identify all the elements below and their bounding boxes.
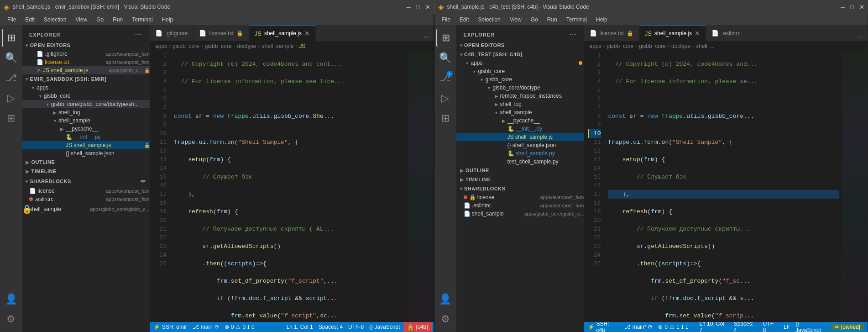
status-branch-right[interactable]: ⎇main* ⟳ <box>624 324 653 330</box>
sharedlocks-section-right[interactable]: ▾ SHAREDLOCKS <box>456 184 584 193</box>
tree-doctype-path[interactable]: ▾ gisbb_core/gisbb_core/doctype/sh... <box>22 100 150 108</box>
minimize-left[interactable]: ─ <box>406 4 410 11</box>
extensions-icon-right[interactable]: ⊞ <box>436 109 455 127</box>
open-editor-license[interactable]: 📄 license.txt apps/avanpost_fam <box>22 58 150 66</box>
open-editor-shellsample[interactable]: ✕ JS shell_sample.js apps/gisbb_c... 🔒 <box>22 66 150 74</box>
tree-shell-sample-right[interactable]: ▾ shell_sample <box>456 108 584 116</box>
status-eol-right[interactable]: LF <box>784 324 790 330</box>
tree-pycache-right[interactable]: ▶ __pycache__ <box>456 116 584 125</box>
search-icon-right[interactable]: 🔍 <box>436 49 455 67</box>
timeline-section-left[interactable]: ▶ TIMELINE <box>22 167 150 176</box>
close-right[interactable]: ✕ <box>859 4 864 11</box>
menu-file-right[interactable]: File <box>438 16 454 24</box>
scm-icon-right[interactable]: ⎇ <box>436 69 455 87</box>
menu-terminal-right[interactable]: Terminal <box>563 16 591 24</box>
menu-edit-right[interactable]: Edit <box>456 16 473 24</box>
status-ssh-right[interactable]: ⚡SSH: c4b <box>588 321 619 332</box>
tab-license-left[interactable]: 📄 license.txt 🔒 <box>193 25 249 41</box>
status-error-badge-left[interactable]: 🔒[c4b] <box>403 322 431 332</box>
explorer-icon-left[interactable]: ⊞ <box>2 29 20 47</box>
tree-pycache[interactable]: ▶ __pycache__ <box>22 125 150 133</box>
sharedlock-eslintrc-right[interactable]: 📄 .eslintrc apps/avanpost_fam <box>456 201 584 210</box>
status-language-right[interactable]: {} JavaScript <box>795 321 826 332</box>
tree-init-py[interactable]: 🐍 __init__.py <box>22 133 150 141</box>
maximize-right[interactable]: □ <box>850 4 854 11</box>
timeline-section-right[interactable]: ▶ TIMELINE <box>456 175 584 184</box>
menu-run-right[interactable]: Run <box>544 16 561 24</box>
c4b-test-section[interactable]: ▾ C4B_TEST [SSH: C4B] <box>456 50 584 59</box>
tab-close-shellsample-left[interactable]: ✕ <box>304 30 310 37</box>
account-icon-left[interactable]: 👤 <box>2 290 20 308</box>
settings-icon-right[interactable]: ⚙ <box>436 310 455 328</box>
tree-remote-frappe[interactable]: ▶ remote_frappe_instances <box>456 92 584 100</box>
tree-shell-sample-json[interactable]: {} shell_sample.json <box>22 149 150 158</box>
tab-eslintrc-right[interactable]: 📄 .eslintrc <box>706 25 746 41</box>
tree-doctype-right[interactable]: ▾ gisbb_core/doctype <box>456 84 584 92</box>
maximize-left[interactable]: □ <box>416 4 420 11</box>
status-errors-right[interactable]: ⊗0 ⚠1 ℹ1 <box>658 324 688 330</box>
menu-selection-left[interactable]: Selection <box>40 16 70 24</box>
close-left[interactable]: ✕ <box>425 4 430 11</box>
debug-icon-right[interactable]: ▷ <box>436 89 455 107</box>
tab-more-right[interactable]: ··· <box>854 33 868 41</box>
sharedlock-license[interactable]: 📄 license apps/avanpost_fam <box>22 187 150 195</box>
tree-apps-right[interactable]: ▾ apps <box>456 59 584 67</box>
tree-gisbb-core-right2[interactable]: ▾ gisbb_core <box>456 75 584 84</box>
sidebar-dots-right[interactable]: ··· <box>569 31 576 39</box>
tree-shell-log[interactable]: ▶ shell_log <box>22 108 150 116</box>
open-editor-gitignore[interactable]: 📄 .gitignore apps/avanpost_fam <box>22 50 150 58</box>
status-ssh-left[interactable]: ⚡SSH: emir <box>153 324 187 330</box>
tree-gisbb-core[interactable]: ▾ gisbb_core <box>22 92 150 100</box>
menu-edit-left[interactable]: Edit <box>21 16 38 24</box>
status-encoding-left[interactable]: UTF-8 <box>348 324 364 330</box>
menu-view-right[interactable]: View <box>506 16 525 24</box>
settings-icon-left[interactable]: ⚙ <box>2 310 20 328</box>
menu-go-right[interactable]: Go <box>527 16 542 24</box>
menu-terminal-left[interactable]: Terminal <box>128 16 156 24</box>
tree-gisbb-core-right1[interactable]: ▾ gisbb_core <box>456 67 584 75</box>
tab-license-right[interactable]: 📄 license.txt 🔒 <box>584 25 639 41</box>
code-content-right[interactable]: // Copyright (c) 2024, code4bones and...… <box>605 51 843 322</box>
tab-close-shellsample-right[interactable]: ✕ <box>695 30 700 37</box>
explorer-icon-right[interactable]: ⊞ <box>436 29 455 47</box>
search-icon-left[interactable]: 🔍 <box>2 49 20 67</box>
status-position-left[interactable]: Ln 1, Col 1 <box>287 324 313 330</box>
menu-help-left[interactable]: Help <box>158 16 177 24</box>
status-eol-left[interactable]: {} JavaScript <box>369 324 400 330</box>
tree-shell-sample[interactable]: ▾ shell_sample <box>22 116 150 125</box>
menu-view-left[interactable]: View <box>72 16 91 24</box>
sharedlock-eslintrc[interactable]: .eslintrc apps/avanpost_fam <box>22 195 150 203</box>
tab-shellsample-left[interactable]: JS shell_sample.js ✕ <box>249 25 316 41</box>
status-owned-right[interactable]: ✏[owned] <box>831 324 864 330</box>
status-spaces-right[interactable]: Spaces: 4 <box>734 321 758 332</box>
status-errors-left[interactable]: ⊗0 ⚠0 ℹ0 <box>225 324 255 330</box>
tree-shell-sample-json-right[interactable]: {} shell_sample.json <box>456 141 584 149</box>
debug-icon-left[interactable]: ▷ <box>2 89 20 107</box>
tree-shell-sample-py-right[interactable]: 🐍 shell_sample.py <box>456 149 584 158</box>
status-spaces-left[interactable]: Spaces: 4 <box>319 324 343 330</box>
tab-gitignore-left[interactable]: 📄 .gitignore <box>150 25 193 41</box>
scm-icon-left[interactable]: ⎇ <box>2 69 20 87</box>
sidebar-dots-left[interactable]: ··· <box>135 31 142 39</box>
sharedlock-shellsample[interactable]: 🔒 shell_sample apps/gisbb_core/gisbb_c..… <box>22 203 150 215</box>
tree-shell-sample-js[interactable]: JS shell_sample.js 🔒 <box>22 141 150 149</box>
account-icon-right[interactable]: 👤 <box>436 290 455 308</box>
tab-shellsample-right[interactable]: JS shell_sample.js ✕ <box>639 25 706 41</box>
status-branch-left[interactable]: ⎇main ⟳ <box>193 324 219 330</box>
open-editors-section-left[interactable]: ▾ OPEN EDITORS <box>22 41 150 50</box>
menu-run-left[interactable]: Run <box>109 16 126 24</box>
menu-file-left[interactable]: File <box>4 16 20 24</box>
minimize-right[interactable]: ─ <box>841 4 845 11</box>
sharedlocks-section-left[interactable]: ▾ SHAREDLOCKS ✏ <box>22 176 150 187</box>
emir-sandbox-section[interactable]: ▾ EMIR_SANDBOX [SSH: EMIR] <box>22 74 150 84</box>
sharedlock-shellsample-right[interactable]: 📄 shell_sample apps/gisbb_core/gisbb_c..… <box>456 210 584 218</box>
open-editors-section-right[interactable]: ▾ OPEN EDITORS <box>456 41 584 50</box>
status-encoding-right[interactable]: UTF-8 <box>763 321 778 332</box>
menu-go-left[interactable]: Go <box>93 16 107 24</box>
tree-test-shell-sample[interactable]: test_shell_sample.py <box>456 158 584 166</box>
menu-selection-right[interactable]: Selection <box>475 16 504 24</box>
outline-section-right[interactable]: ▶ OUTLINE <box>456 166 584 175</box>
status-position-right[interactable]: Ln 10, Col 7 <box>699 321 728 332</box>
tree-init-py-right[interactable]: 🐍 __init__.py <box>456 125 584 133</box>
tab-more-left[interactable]: ··· <box>420 33 433 41</box>
